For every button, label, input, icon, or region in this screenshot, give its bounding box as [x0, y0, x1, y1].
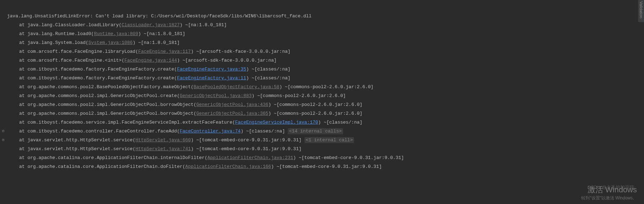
frame-method-text: at javax.servlet.http.HttpServlet.servic…: [19, 146, 136, 152]
source-link[interactable]: FaceEngineFactory.java:35: [177, 67, 246, 72]
frame-method-text: at org.apache.catalina.core.ApplicationF…: [19, 155, 208, 160]
source-link[interactable]: HttpServlet.java:741: [136, 146, 191, 152]
frame-jar-info: ) ~[na:1.8.0_181]: [138, 31, 185, 36]
fold-toggle-icon[interactable]: ⊞: [0, 136, 6, 144]
frame-method-text: at org.apache.commons.pool2.impl.Generic…: [19, 111, 196, 116]
frame-method-text: at java.lang.ClassLoader.loadLibrary(: [19, 22, 122, 28]
source-link[interactable]: GenericObjectPool.java:365: [196, 111, 268, 116]
frame-method-text: at org.apache.commons.pool2.impl.Generic…: [19, 102, 196, 107]
frame-jar-info: ) ~[na:1.8.0_181]: [180, 22, 227, 28]
frame-method-text: at org.apache.commons.pool2.impl.Generic…: [19, 93, 180, 98]
folded-calls-badge[interactable]: <14 internal calls>: [288, 128, 343, 134]
source-link[interactable]: ClassLoader.java:1827: [122, 22, 180, 28]
source-link[interactable]: FaceEngine.java:117: [138, 49, 191, 54]
frame-jar-info: ) ~[arcsoft-sdk-face-3.0.0.0.jar:na]: [177, 58, 277, 63]
frame-jar-info: ) ~[commons-pool2-2.6.0.jar:2.6.0]: [268, 111, 362, 116]
frame-method-text: at com.itboyst.facedemo.service.impl.Fac…: [19, 120, 235, 125]
frame-jar-info: ) ~[commons-pool2-2.6.0.jar:2.6.0]: [268, 102, 362, 107]
frame-jar-info: ) ~[na:1.8.0_181]: [133, 40, 180, 45]
windows-activation-subtitle: 转到"设置"以激活 Windows。: [581, 195, 637, 201]
source-link[interactable]: GenericObjectPool.java:883: [180, 93, 252, 98]
source-link[interactable]: FaceEngineFactory.java:11: [177, 75, 246, 81]
frame-method-text: at com.itboyst.facedemo.controller.FaceC…: [19, 129, 180, 134]
stack-frame: at javax.servlet.http.HttpServlet.servic…: [7, 136, 644, 144]
frame-method-text: at java.lang.System.load(: [19, 40, 88, 45]
stack-frame: at com.itboyst.facedemo.service.impl.Fac…: [7, 118, 644, 127]
blank-line: [7, 3, 644, 12]
stack-frame: at javax.servlet.http.HttpServlet.servic…: [7, 144, 644, 153]
frame-jar-info: ) ~[tomcat-embed-core-9.0.31.jar:9.0.31]: [191, 146, 302, 152]
frame-method-text: at com.arcsoft.face.FaceEngine.libraryLo…: [19, 49, 138, 54]
stack-frame: at com.itboyst.facedemo.factory.FaceEngi…: [7, 74, 644, 83]
stack-frame: at org.apache.commons.pool2.impl.Generic…: [7, 100, 644, 109]
frame-jar-info: ) ~[tomcat-embed-core-9.0.31.jar:9.0.31]: [271, 164, 382, 169]
frame-jar-info: ) ~[commons-pool2-2.6.0.jar:2.6.0]: [252, 93, 346, 98]
stack-frame: at com.arcsoft.face.FaceEngine.libraryLo…: [7, 47, 644, 56]
source-link[interactable]: BasePooledObjectFactory.java:58: [193, 84, 279, 90]
frame-jar-info: ) ~[classes/:na]: [241, 129, 285, 134]
stack-frame: at com.itboyst.facedemo.controller.FaceC…: [7, 127, 644, 136]
frame-jar-info: ) ~[classes/:na]: [318, 120, 363, 125]
source-link[interactable]: ApplicationFilterChain.java:231: [208, 155, 293, 160]
frame-method-text: at javax.servlet.http.HttpServlet.servic…: [19, 137, 136, 143]
frame-jar-info: ) ~[tomcat-embed-core-9.0.31.jar:9.0.31]: [191, 137, 302, 143]
frame-method-text: at org.apache.catalina.core.ApplicationF…: [19, 164, 185, 169]
source-link[interactable]: ApplicationFilterChain.java:166: [185, 164, 271, 169]
source-link[interactable]: HttpServlet.java:660: [136, 137, 191, 143]
stack-frame: at org.apache.catalina.core.ApplicationF…: [7, 153, 644, 162]
frame-method-text: at org.apache.commons.pool2.BasePooledOb…: [19, 84, 193, 90]
frame-jar-info: ) ~[arcsoft-sdk-face-3.0.0.0.jar:na]: [191, 49, 291, 54]
source-link[interactable]: FaceEngine.java:144: [124, 58, 177, 63]
console-output: java.lang.UnsatisfiedLinkError: Can't lo…: [0, 0, 644, 171]
frame-jar-info: ) ~[classes/:na]: [246, 67, 291, 72]
stack-frame: at java.lang.System.load(System.java:108…: [7, 38, 644, 47]
windows-activation-title: 激活 Windows: [581, 185, 637, 195]
fold-toggle-icon[interactable]: ⊞: [0, 127, 6, 136]
stack-frame: at org.apache.commons.pool2.BasePooledOb…: [7, 83, 644, 91]
frame-jar-info: ) ~[tomcat-embed-core-9.0.31.jar:9.0.31]: [293, 155, 404, 160]
stack-frame: at com.arcsoft.face.FaceEngine.<init>(Fa…: [7, 56, 644, 65]
frame-method-text: at com.arcsoft.face.FaceEngine.<init>(: [19, 58, 124, 63]
stack-frame: at org.apache.catalina.core.ApplicationF…: [7, 162, 644, 171]
frame-method-text: at com.itboyst.facedemo.factory.FaceEngi…: [19, 75, 177, 81]
stack-frame: at java.lang.ClassLoader.loadLibrary(Cla…: [7, 21, 644, 29]
stack-frame: at com.itboyst.facedemo.factory.FaceEngi…: [7, 65, 644, 74]
stack-frame: at java.lang.Runtime.load0(Runtime.java:…: [7, 29, 644, 38]
source-link[interactable]: FaceController.java:74: [180, 129, 241, 134]
source-link[interactable]: GenericObjectPool.java:436: [196, 102, 268, 107]
source-link[interactable]: FaceEngineServiceImpl.java:170: [235, 120, 318, 125]
stack-frame: at org.apache.commons.pool2.impl.Generic…: [7, 91, 644, 100]
stack-frame: at org.apache.commons.pool2.impl.Generic…: [7, 109, 644, 118]
frame-method-text: at com.itboyst.facedemo.factory.FaceEngi…: [19, 67, 177, 72]
folded-calls-badge[interactable]: <1 internal call>: [304, 137, 354, 143]
source-link[interactable]: Runtime.java:809: [94, 31, 138, 36]
source-link[interactable]: System.java:1086: [88, 40, 133, 45]
frame-method-text: at java.lang.Runtime.load0(: [19, 31, 94, 36]
error-header-line: java.lang.UnsatisfiedLinkError: Can't lo…: [7, 12, 644, 21]
frame-jar-info: ) ~[classes/:na]: [246, 75, 291, 81]
csdn-watermark: CSDN @走丢的加菲猫: [587, 184, 634, 191]
windows-activation-watermark: 激活 Windows 转到"设置"以激活 Windows。: [581, 185, 637, 201]
frame-jar-info: ) ~[commons-pool2-2.6.0.jar:2.6.0]: [279, 84, 373, 90]
